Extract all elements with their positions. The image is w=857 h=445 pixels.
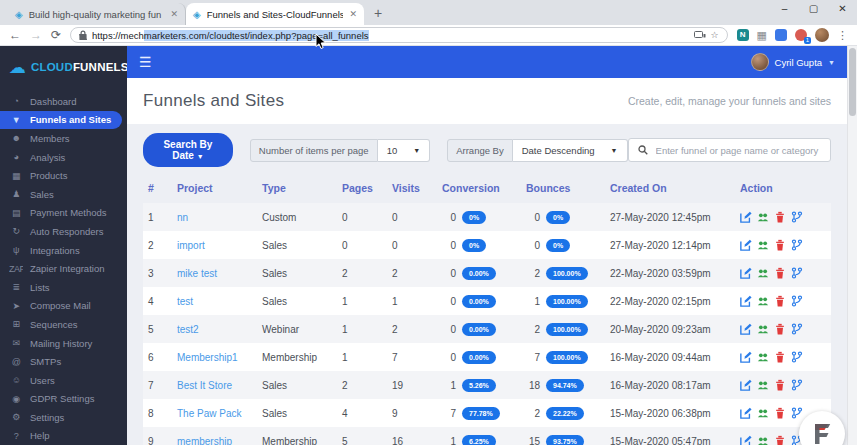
browser-menu-icon[interactable]: ⋮: [837, 29, 848, 42]
bookmark-star-icon[interactable]: ☆: [711, 30, 719, 40]
delete-icon[interactable]: [774, 211, 786, 223]
created-on: 16-May-2020 08:17am: [610, 380, 740, 391]
sidebar-item-payment-methods[interactable]: ▤ Payment Methods: [0, 204, 127, 223]
delete-icon[interactable]: [774, 295, 786, 307]
sidebar-item-integrations[interactable]: ψ Integrations: [0, 241, 127, 260]
bounce-cell: 2 100.00%: [526, 267, 610, 280]
visits-count: 7: [392, 352, 442, 363]
browser-tab-1[interactable]: ◈ Build high-quality marketing fun ✕: [8, 3, 186, 25]
sidebar-item-help[interactable]: ? Help: [0, 427, 127, 445]
members-icon[interactable]: [757, 407, 769, 419]
back-icon[interactable]: ←: [9, 29, 21, 41]
row-number: 8: [148, 408, 177, 419]
sidebar-item-lists[interactable]: ≣ Lists: [0, 278, 127, 297]
delete-icon[interactable]: [774, 239, 786, 251]
sidebar-item-settings[interactable]: ⚙ Settings: [0, 408, 127, 427]
clone-funnel-icon[interactable]: [791, 379, 803, 391]
extension-blue-icon[interactable]: [775, 29, 787, 41]
extension-badge-icon[interactable]: 1: [795, 29, 807, 41]
new-tab-button[interactable]: +: [374, 5, 382, 21]
delete-icon[interactable]: [774, 407, 786, 419]
browser-profile-avatar[interactable]: [815, 28, 829, 42]
members-icon[interactable]: [757, 379, 769, 391]
sidebar-item-funnels-and-sites[interactable]: ▼ Funnels and Sites: [0, 111, 122, 130]
hamburger-menu-icon[interactable]: ☰: [139, 54, 152, 70]
project-link[interactable]: nn: [177, 212, 262, 223]
members-icon[interactable]: [757, 435, 769, 445]
clone-funnel-icon[interactable]: [791, 267, 803, 279]
user-menu[interactable]: Cyril Gupta ▼: [751, 53, 835, 71]
tab-close-icon[interactable]: ✕: [349, 9, 357, 19]
edit-icon[interactable]: [740, 407, 752, 419]
media-controls-icon[interactable]: [694, 31, 706, 40]
sidebar-item-gdpr-settings[interactable]: ◉ GDPR Settings: [0, 390, 127, 409]
sidebar-item-users[interactable]: ☺ Users: [0, 371, 127, 390]
items-per-page-select[interactable]: 10▼: [378, 139, 431, 162]
edit-icon[interactable]: [740, 211, 752, 223]
sidebar-item-auto-responders[interactable]: ↻ Auto Responders: [0, 222, 127, 241]
clone-funnel-icon[interactable]: [791, 239, 803, 251]
edit-icon[interactable]: [740, 295, 752, 307]
sidebar-item-sales[interactable]: ♟ Sales: [0, 185, 127, 204]
members-icon[interactable]: [757, 267, 769, 279]
sidebar-item-products[interactable]: ▦ Products: [0, 166, 127, 185]
address-bar[interactable]: https://mechmarketers.com/cloudtest/inde…: [70, 27, 728, 43]
edit-icon[interactable]: [740, 323, 752, 335]
sidebar-item-zapier-integration[interactable]: ZAP Zapier Integration: [0, 259, 127, 278]
project-link[interactable]: Membership1: [177, 352, 262, 363]
browser-tab-2-active[interactable]: ◈ Funnels and Sites-CloudFunnels ✕: [186, 3, 364, 25]
arrange-by-select[interactable]: Date Descending▼: [513, 139, 628, 162]
sidebar-item-sequences[interactable]: ⊞ Sequences: [0, 315, 127, 334]
sidebar-item-dashboard[interactable]: ◔ Dashboard: [0, 92, 127, 111]
members-icon[interactable]: [757, 211, 769, 223]
members-icon[interactable]: [757, 239, 769, 251]
maximize-button[interactable]: ▢: [799, 0, 828, 20]
scrollbar-thumb[interactable]: [849, 48, 856, 116]
close-button[interactable]: ✕: [828, 0, 857, 20]
project-link[interactable]: membership: [177, 436, 262, 445]
clone-funnel-icon[interactable]: [791, 407, 803, 419]
search-by-date-button[interactable]: Search By Date ▼: [143, 133, 233, 167]
delete-icon[interactable]: [774, 379, 786, 391]
clone-funnel-icon[interactable]: [791, 351, 803, 363]
edit-icon[interactable]: [740, 239, 752, 251]
tab-close-icon[interactable]: ✕: [170, 9, 178, 19]
delete-icon[interactable]: [774, 435, 786, 445]
project-link[interactable]: Best It Store: [177, 380, 262, 391]
sidebar-item-analysis[interactable]: ◕ Analysis: [0, 148, 127, 167]
forward-icon[interactable]: →: [30, 29, 42, 41]
project-link[interactable]: test2: [177, 324, 262, 335]
delete-icon[interactable]: [774, 267, 786, 279]
project-link[interactable]: import: [177, 240, 262, 251]
members-icon[interactable]: [757, 295, 769, 307]
delete-icon[interactable]: [774, 351, 786, 363]
search-input[interactable]: [656, 145, 821, 156]
row-number: 1: [148, 212, 177, 223]
browser-navbar: ← → ⟳ https://mechmarketers.com/cloudtes…: [0, 25, 857, 46]
clone-funnel-icon[interactable]: [791, 211, 803, 223]
table-body: 1 nn Custom 0 0 0 0% 0 0% 27-May-2020 12…: [143, 203, 831, 445]
sidebar-item-members[interactable]: ☻ Members: [0, 129, 127, 148]
clone-funnel-icon[interactable]: [791, 323, 803, 335]
sidebar-item-mailing-history[interactable]: ✉ Mailing History: [0, 334, 127, 353]
sidebar-item-compose-mail[interactable]: ➤ Compose Mail: [0, 297, 127, 316]
extension-grid-icon[interactable]: ▦: [757, 29, 767, 41]
edit-icon[interactable]: [740, 351, 752, 363]
conversion-cell: 1 6.25%: [442, 435, 526, 445]
sidebar-item-smtps[interactable]: @ SMTPs: [0, 352, 127, 371]
clone-funnel-icon[interactable]: [791, 295, 803, 307]
reload-icon[interactable]: ⟳: [51, 29, 61, 41]
minimize-button[interactable]: –: [770, 0, 799, 20]
delete-icon[interactable]: [774, 323, 786, 335]
conversions-count: 1: [442, 380, 456, 391]
members-icon[interactable]: [757, 351, 769, 363]
conversions-count: 0: [442, 296, 456, 307]
edit-icon[interactable]: [740, 267, 752, 279]
extension-n-icon[interactable]: N: [737, 29, 749, 41]
edit-icon[interactable]: [740, 435, 752, 445]
project-link[interactable]: The Paw Pack: [177, 408, 262, 419]
members-icon[interactable]: [757, 323, 769, 335]
project-link[interactable]: test: [177, 296, 262, 307]
edit-icon[interactable]: [740, 379, 752, 391]
project-link[interactable]: mike test: [177, 268, 262, 279]
